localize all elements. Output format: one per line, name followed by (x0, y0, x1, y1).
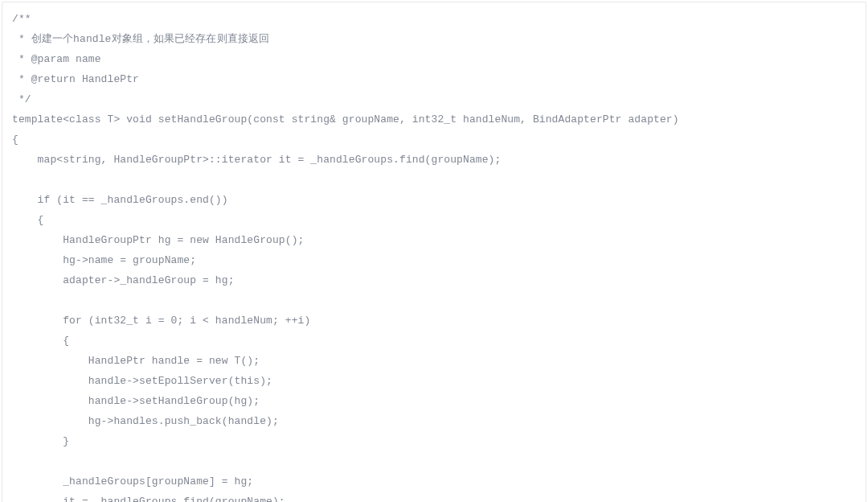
code-content: /** * 创建一个handle对象组，如果已经存在则直接返回 * @param… (12, 9, 858, 502)
code-block: /** * 创建一个handle对象组，如果已经存在则直接返回 * @param… (2, 2, 866, 502)
